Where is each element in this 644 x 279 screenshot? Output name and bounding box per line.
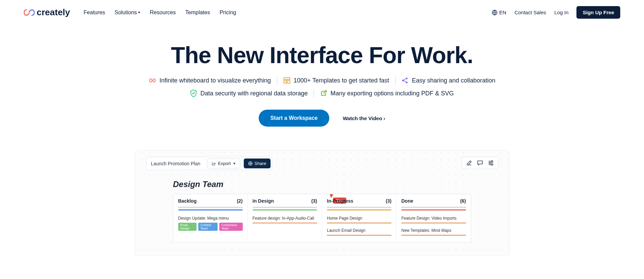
svg-point-10 [491,164,493,165]
nav-features[interactable]: Features [84,10,105,16]
column-count: (6) [460,198,466,204]
card-title: Design Update: Mega menu [178,216,243,221]
column-name: In-Progress [327,198,353,204]
app-mockup: Launch Promotion Plan Export ▼ Share Tin… [135,150,509,256]
export-button[interactable]: Export ▼ [207,159,240,168]
column-name: Backlog [178,198,197,204]
feature-export: Many exporting options including PDF & S… [320,90,454,97]
svg-rect-3 [287,80,290,83]
watch-video-link[interactable]: Watch the Video› [343,115,385,121]
kanban-card[interactable]: New Templates: Mind Maps [401,226,466,238]
logo-icon [24,9,35,16]
globe-icon [248,161,253,166]
column-header: In-Progress(3) [327,198,391,207]
column-count: (3) [311,198,317,204]
separator [277,76,277,85]
hero-title: The New Interface For Work. [0,42,644,68]
feature-sharing: Easy sharing and collaboration [402,77,495,84]
column-bar [401,209,466,210]
kanban-card[interactable]: Feature Design: Video Imports [401,214,466,226]
svg-rect-1 [284,78,290,79]
settings-icon[interactable] [488,160,494,166]
column-header: Done(6) [401,198,466,207]
column-bar [178,209,243,210]
card-bar [327,235,391,236]
share-button[interactable]: Share [244,159,271,168]
column-count: (2) [237,198,243,204]
templates-icon [283,77,290,83]
feature-security: Data security with regional data storage [190,90,308,97]
shield-icon [190,90,197,97]
mockup-toolbar: Launch Promotion Plan Export ▼ Share [146,157,273,170]
column-header: In Design(3) [253,198,317,207]
svg-point-9 [489,162,491,164]
export-label: Export [218,161,231,166]
card-bar [253,223,317,223]
signup-button[interactable]: Sign Up Free [576,6,620,19]
feature-label: Data security with regional data storage [200,90,308,97]
kanban-column: Done(6)Feature Design: Video ImportsNew … [397,194,471,242]
infinity-icon [149,77,156,83]
feature-label: Many exporting options including PDF & S… [330,90,454,97]
nav-resources[interactable]: Resources [150,10,176,16]
contact-sales-link[interactable]: Contact Sales [514,10,546,15]
feature-templates: 1000+ Templates to get started fast [283,77,389,84]
kanban-card[interactable]: Design Update: Mega menuEmail DesignCont… [178,214,243,234]
logo-text: creately [37,7,70,18]
language-selector[interactable]: EN [492,10,507,15]
export-icon [211,161,216,166]
start-workspace-button[interactable]: Start a Workspace [259,110,329,127]
card-title: Feature Design: Video Imports [401,216,466,221]
card-title: Home Page Design [327,216,391,221]
column-header: Backlog(2) [178,198,243,207]
svg-point-8 [491,161,493,162]
chevron-right-icon: › [384,115,385,121]
kanban-card[interactable]: Feature design: In-App-Audio-Call [253,214,317,226]
board-title: Design Team [173,180,471,189]
watch-label: Watch the Video [343,115,382,121]
share-icon [402,77,408,84]
column-count: (3) [386,198,391,204]
comment-icon[interactable] [477,160,483,166]
tag: Email Design [178,223,197,231]
column-bar [327,209,391,210]
tag: Conversion Team [219,223,242,231]
globe-icon [492,10,497,15]
feature-whiteboard: Infinite whiteboard to visualize everyth… [149,77,271,84]
feature-label: Infinite whiteboard to visualize everyth… [160,77,271,84]
chevron-down-icon: ▼ [233,162,236,165]
feature-label: 1000+ Templates to get started fast [294,77,389,84]
kanban-board: Backlog(2)Design Update: Mega menuEmail … [173,194,471,243]
language-label: EN [499,10,507,15]
share-label: Share [255,161,266,166]
card-title: Launch Email Design [327,228,391,233]
kanban-column: Backlog(2)Design Update: Mega menuEmail … [173,194,248,242]
export-icon [320,90,327,97]
column-name: In Design [253,198,274,204]
kanban-column: In-Progress(3)Home Page DesignLaunch Ema… [322,194,397,242]
card-bar [401,235,466,236]
column-bar [253,209,317,210]
login-link[interactable]: Log In [554,10,569,15]
chevron-down-icon: ▾ [138,10,140,15]
card-title: New Templates: Mind Maps [401,228,466,233]
nav-solutions[interactable]: Solutions▾ [114,10,140,16]
separator [314,89,314,97]
nav-pricing[interactable]: Pricing [220,10,236,16]
card-bar [401,223,466,223]
kanban-card[interactable]: Launch Email Design [327,226,391,238]
nav-solutions-label: Solutions [114,10,137,16]
kanban-card[interactable]: Home Page Design [327,214,391,226]
nav-templates[interactable]: Templates [185,10,210,16]
edit-icon[interactable] [466,160,472,166]
feature-label: Easy sharing and collaboration [412,77,495,84]
mockup-title: Launch Promotion Plan [148,161,204,166]
card-tags: Email DesignContent TeamConversion Team [178,223,243,231]
card-title: Feature design: In-App-Audio-Call [253,216,317,221]
column-name: Done [401,198,413,204]
logo[interactable]: creately [24,7,70,18]
tag: Content Team [198,223,218,231]
kanban-column: In Design(3)Feature design: In-App-Audio… [248,194,322,242]
svg-rect-2 [284,80,286,83]
separator [395,76,395,85]
